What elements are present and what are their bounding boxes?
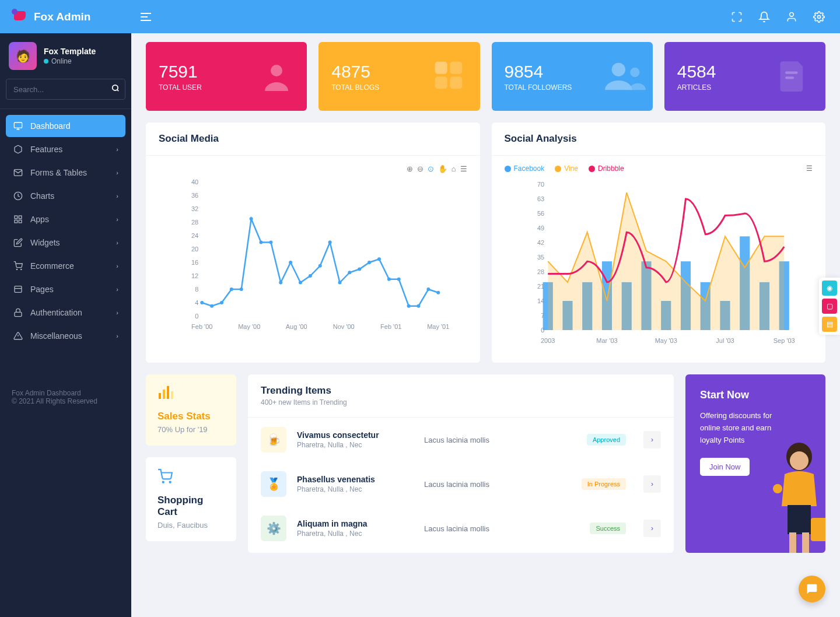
svg-rect-17 — [15, 286, 22, 293]
theme-widgets: ◉ ▢ ▤ — [819, 278, 840, 335]
nav-menu: DashboardFeatures›Forms & Tables›Charts›… — [0, 109, 131, 354]
svg-point-72 — [436, 291, 440, 295]
zoom-selection-icon[interactable]: ⊙ — [428, 164, 434, 173]
cart-icon — [158, 469, 225, 488]
theme-option-2[interactable]: ▢ — [822, 299, 837, 314]
svg-point-59 — [309, 274, 312, 278]
svg-text:4: 4 — [195, 299, 198, 306]
svg-rect-7 — [14, 122, 22, 128]
chart-menu-icon[interactable]: ☰ — [806, 164, 813, 173]
status-badge: Approved — [587, 434, 626, 446]
shopping-cart-card[interactable]: Shopping Cart Duis, Faucibus — [146, 457, 236, 541]
user-profile[interactable]: 🧑 Fox Template Online — [0, 33, 131, 79]
grid-icon — [432, 59, 467, 94]
svg-point-68 — [397, 278, 401, 281]
bell-icon[interactable] — [758, 10, 771, 23]
svg-text:36: 36 — [191, 192, 198, 199]
svg-point-49 — [210, 304, 214, 308]
svg-point-51 — [230, 288, 233, 291]
nav-item-apps[interactable]: Apps› — [6, 208, 125, 230]
nav-item-authentication[interactable]: Authentication› — [6, 302, 125, 324]
stat-card-total-followers[interactable]: 9854TOTAL FOLLOWERS — [492, 42, 653, 111]
svg-rect-102 — [159, 393, 161, 399]
theme-option-1[interactable]: ◉ — [822, 281, 837, 296]
join-now-button[interactable]: Join Now — [700, 458, 750, 476]
stat-card-total-blogs[interactable]: 4875TOTAL BLOGS — [318, 42, 480, 111]
svg-text:32: 32 — [191, 205, 198, 212]
chart-legend: FacebookVineDribbble☰ — [505, 164, 813, 173]
shopping-cart-sub: Duis, Faucibus — [158, 521, 225, 530]
nav-item-charts[interactable]: Charts› — [6, 185, 125, 207]
trending-item-arrow[interactable]: › — [643, 431, 661, 448]
svg-text:12: 12 — [191, 272, 198, 279]
svg-text:Nov '00: Nov '00 — [333, 323, 355, 330]
svg-rect-111 — [789, 532, 796, 553]
svg-point-52 — [240, 288, 243, 291]
user-icon[interactable] — [785, 10, 798, 23]
chevron-right-icon: › — [116, 169, 118, 176]
svg-text:40: 40 — [191, 178, 198, 185]
nav-item-forms-tables[interactable]: Forms & Tables› — [6, 162, 125, 184]
settings-icon[interactable] — [813, 10, 825, 23]
legend-item-dribbble[interactable]: Dribbble — [589, 164, 624, 173]
nav-item-features[interactable]: Features› — [6, 138, 125, 160]
svg-point-71 — [426, 288, 430, 291]
chevron-right-icon: › — [116, 146, 118, 153]
stat-card-articles[interactable]: 4584ARTICLES — [664, 42, 825, 111]
search-input[interactable] — [13, 85, 111, 94]
legend-item-facebook[interactable]: Facebook — [505, 164, 545, 173]
trending-item-sub: Pharetra, Nulla , Nec — [297, 441, 414, 449]
trending-title: Trending Items — [261, 385, 661, 397]
sales-stats-icon — [158, 386, 225, 404]
edit-icon — [13, 238, 23, 247]
nav-item-ecommerce[interactable]: Ecommerce› — [6, 255, 125, 277]
sales-stats-title: Sales Stats — [158, 411, 225, 422]
stat-card-total-user[interactable]: 7591TOTAL USER — [146, 42, 307, 111]
main-content: 7591TOTAL USER4875TOTAL BLOGS9854TOTAL F… — [131, 33, 840, 562]
trending-item-icon: ⚙️ — [261, 516, 286, 541]
theme-option-3[interactable]: ▤ — [822, 317, 837, 332]
svg-text:0: 0 — [195, 313, 198, 320]
svg-point-48 — [200, 301, 204, 304]
svg-text:Sep '03: Sep '03 — [773, 337, 794, 344]
svg-point-54 — [260, 241, 263, 244]
search-icon[interactable] — [111, 84, 120, 94]
svg-text:35: 35 — [537, 254, 544, 261]
chart-menu-icon[interactable]: ☰ — [460, 164, 467, 173]
chevron-right-icon: › — [116, 192, 118, 199]
svg-text:May '01: May '01 — [427, 323, 449, 330]
svg-text:42: 42 — [537, 239, 544, 246]
reset-zoom-icon[interactable]: ⌂ — [452, 164, 456, 173]
nav-item-miscellaneous[interactable]: Miscellaneous› — [6, 325, 125, 347]
svg-point-106 — [163, 482, 164, 483]
stat-label: TOTAL BLOGS — [331, 83, 379, 92]
logo-icon — [12, 9, 28, 25]
zoom-out-icon[interactable]: ⊖ — [417, 164, 424, 173]
pan-icon[interactable]: ✋ — [438, 164, 447, 173]
nav-item-dashboard[interactable]: Dashboard — [6, 115, 125, 137]
grid-icon — [13, 215, 23, 224]
fullscreen-icon[interactable] — [730, 10, 743, 23]
trending-item-arrow[interactable]: › — [643, 520, 661, 537]
stat-value: 4584 — [677, 62, 716, 82]
svg-line-6 — [117, 90, 119, 92]
search-box — [6, 79, 125, 100]
svg-rect-105 — [171, 391, 173, 399]
nav-item-widgets[interactable]: Widgets› — [6, 232, 125, 254]
svg-rect-26 — [450, 76, 462, 89]
zoom-in-icon[interactable]: ⊕ — [407, 164, 413, 173]
svg-text:56: 56 — [537, 210, 544, 217]
trending-item-arrow[interactable]: › — [643, 475, 661, 493]
nav-item-pages[interactable]: Pages› — [6, 278, 125, 300]
promo-title: Start Now — [700, 389, 811, 401]
sales-stats-card[interactable]: Sales Stats 70% Up for '19 — [146, 374, 236, 446]
stat-value: 9854 — [505, 62, 572, 82]
social-analysis-title: Social Analysis — [505, 133, 813, 145]
legend-item-vine[interactable]: Vine — [555, 164, 578, 173]
trending-item: ⚙️ Aliquam in magnaPharetra, Nulla , Nec… — [248, 506, 674, 551]
logo-area[interactable]: Fox Admin — [0, 9, 131, 25]
sidebar-toggle-button[interactable] — [131, 0, 160, 33]
svg-rect-110 — [788, 505, 811, 534]
svg-rect-11 — [15, 216, 18, 219]
social-analysis-chart: 071421283542495663702003Mar '03May '03Ju… — [505, 178, 813, 348]
